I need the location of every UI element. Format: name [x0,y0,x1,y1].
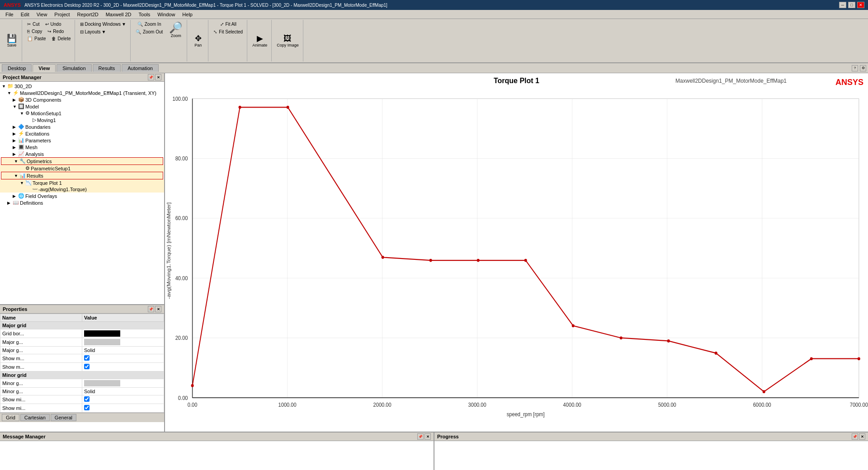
tab-simulation[interactable]: Simulation [57,64,91,72]
animate-button[interactable]: ▶ Animate [250,21,269,61]
tree-maxwell-design[interactable]: ▼ ⚡ Maxwell2DDesign1_PM_MotorMode_EffMap… [0,89,164,96]
tree-toggle-torque[interactable]: ▼ [20,181,25,185]
tree-motionsetup[interactable]: ▼ ⚙ MotionSetup1 [0,110,164,117]
fit-selected-button[interactable]: ⤡ Fit Selected [211,28,245,35]
menu-window[interactable]: Window [154,11,179,18]
menu-file[interactable]: File [2,11,17,18]
tree-avg-torque[interactable]: 〰 -avg(Moving1.Torque) [0,186,164,193]
message-manager-close[interactable]: ✕ [425,433,431,440]
tree-boundaries[interactable]: ▶ 🔷 Boundaries [0,123,164,130]
tree-definitions[interactable]: ▶ 📖 Definitions [0,199,164,206]
tree-toggle-300[interactable]: ▼ [2,84,7,89]
menu-report2d[interactable]: Report2D [74,11,102,18]
prop-tab-cartesian[interactable]: Cartesian [20,414,50,421]
cut-button[interactable]: ✂ Cut [25,21,42,28]
tree-parametricsetup[interactable]: ⚙ ParametricSetup1 [0,165,164,172]
message-manager-pin[interactable]: 📌 [417,433,424,440]
tree-toggle-definitions[interactable]: ▶ [7,201,13,205]
major-g1-value[interactable] [82,338,164,347]
tree-excitations[interactable]: ▶ ⚡ Excitations [0,130,164,137]
settings-button[interactable]: ⚙ [860,65,866,71]
tab-view[interactable]: View [33,64,56,72]
major-grid-header: Major grid [0,322,164,329]
tree-toggle-field[interactable]: ▶ [13,194,18,198]
tree-3d-components[interactable]: ▶ 📦 3D Components [0,96,164,103]
tree-results[interactable]: ▼ 📊 Results [1,172,163,179]
tree-analysis[interactable]: ▶ 📈 Analysis [0,150,164,157]
ansys-icon: ANSYS [4,2,21,8]
tab-results[interactable]: Results [93,64,121,72]
zoom-out-button[interactable]: 🔍 Zoom Out [133,28,165,35]
show-m1-value[interactable] [82,354,164,363]
tree-toggle-analysis[interactable]: ▶ [13,152,18,156]
tree-label-parameters: Parameters [25,138,51,143]
show-m2-checkbox[interactable] [84,364,90,369]
tree-toggle-boundaries[interactable]: ▶ [13,125,18,129]
docking-windows-button[interactable]: ⊞ Docking Windows ▼ [78,21,128,28]
grid-bor-value[interactable] [82,329,164,338]
show-mi2-value[interactable] [82,404,164,413]
help-button[interactable]: ? [852,65,858,71]
zoom-button[interactable]: 🔎 Zoom [167,21,185,39]
prop-tab-grid[interactable]: Grid [2,414,19,421]
show-m2-value[interactable] [82,363,164,371]
show-mi1-checkbox[interactable] [84,396,90,402]
tree-parameters[interactable]: ▶ 📊 Parameters [0,137,164,144]
tree-300-2d[interactable]: ▼ 📁 300_2D [0,83,164,89]
menu-project[interactable]: Project [51,11,73,18]
tree-toggle-optimetrics[interactable]: ▼ [14,159,19,164]
svg-text:-avg(Moving1.Torque) [mNewtonM: -avg(Moving1.Torque) [mNewtonMeter] [166,202,171,299]
save-button[interactable]: 💾 Save [4,33,20,49]
menu-tools[interactable]: Tools [135,11,154,18]
tree-toggle-parameters[interactable]: ▶ [13,138,18,143]
restore-button[interactable]: □ [848,2,855,8]
copy-button[interactable]: ⎘ Copy [25,28,44,35]
svg-text:60.00: 60.00 [175,215,188,221]
tree-field-overlays[interactable]: ▶ 🌐 Field Overlays [0,193,164,199]
tree-toggle-maxwell[interactable]: ▼ [7,91,13,95]
menu-view[interactable]: View [33,11,51,18]
tab-automation[interactable]: Automation [122,64,159,72]
progress-pin[interactable]: 📌 [852,433,858,440]
tree-toggle-results[interactable]: ▼ [14,174,19,178]
project-manager-close[interactable]: ✕ [155,74,161,80]
tree-moving1[interactable]: ▷ Moving1 [0,117,164,123]
svg-text:speed_rpm [rpm]: speed_rpm [rpm] [507,411,545,417]
tree-toggle-mesh[interactable]: ▶ [13,145,18,150]
minor-grid-header: Minor grid [0,371,164,379]
delete-button[interactable]: 🗑 Delete [49,35,73,42]
show-m1-checkbox[interactable] [84,355,90,361]
fit-all-button[interactable]: ⤢ Fit All [211,21,245,28]
minor-g1-value[interactable] [82,379,164,388]
menu-maxwell2d[interactable]: Maxwell 2D [102,11,135,18]
paste-button[interactable]: 📋 Paste [25,35,48,42]
undo-button[interactable]: ↩ Undo [43,21,64,28]
pan-button[interactable]: ✥ Pan [190,21,206,61]
tree-optimetrics[interactable]: ▼ 🔧 Optimetrics [1,157,163,165]
redo-button[interactable]: ↪ Redo [45,28,66,35]
close-button[interactable]: ✕ [857,2,864,8]
message-manager-header: Message Manager 📌 ✕ [0,432,434,441]
tree-toggle-motion[interactable]: ▼ [20,111,25,116]
prop-tab-general[interactable]: General [51,414,76,421]
minimize-button[interactable]: ─ [839,2,846,8]
show-mi2-checkbox[interactable] [84,405,90,410]
properties-close[interactable]: ✕ [155,306,161,312]
menu-edit[interactable]: Edit [17,11,33,18]
properties-pin[interactable]: 📌 [148,306,154,312]
copy-image-button[interactable]: 🖼 Copy Image [274,21,301,61]
show-mi1-value[interactable] [82,395,164,404]
progress-close[interactable]: ✕ [859,433,865,440]
tree-mesh[interactable]: ▶ 🔳 Mesh [0,144,164,150]
tree-torque-plot[interactable]: ▼ 📉 Torque Plot 1 [0,179,164,186]
layouts-button[interactable]: ⊟ Layouts ▼ [78,28,128,35]
tree-toggle-3d[interactable]: ▶ [13,98,18,102]
zoom-in-button[interactable]: 🔍 Zoom In [135,21,164,28]
tree-toggle-excitations[interactable]: ▶ [13,132,18,136]
title-bar-text: ANSYS Electronics Desktop 2020 R2 - 300_… [24,3,839,8]
menu-help[interactable]: Help [179,11,196,18]
project-manager-pin[interactable]: 📌 [148,74,154,80]
tree-model[interactable]: ▼ 🔲 Model [0,103,164,110]
tab-desktop[interactable]: Desktop [2,64,32,72]
tree-toggle-model[interactable]: ▼ [13,104,18,109]
